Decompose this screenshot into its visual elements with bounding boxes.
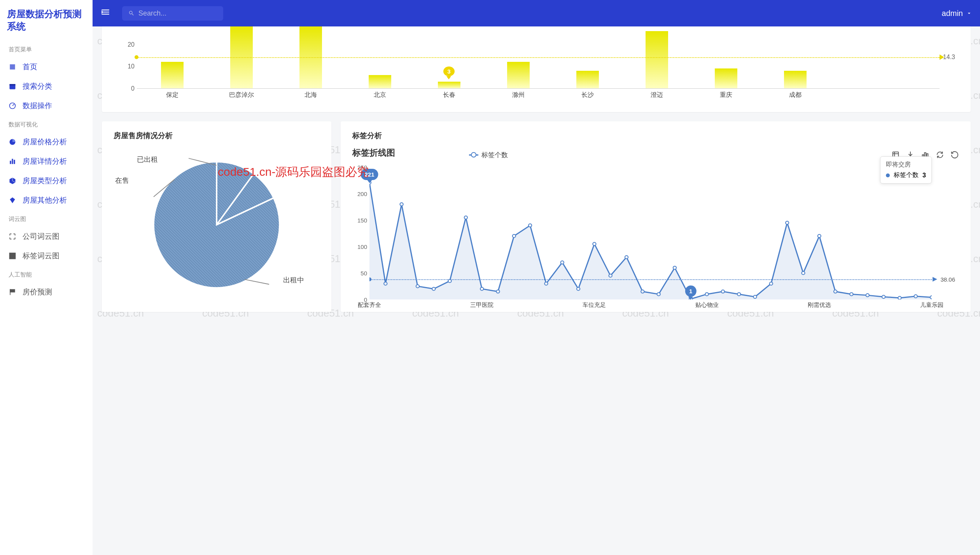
bar-滁州[interactable] — [507, 62, 530, 88]
svg-point-41 — [625, 256, 628, 259]
nav-tag-cloud[interactable]: 标签词云图 — [0, 246, 93, 266]
nav-price-analysis[interactable]: 房屋价格分析 — [0, 132, 93, 152]
line-xlabel: 儿童乐园 — [920, 301, 943, 309]
user-menu[interactable]: admin — [942, 9, 972, 18]
line-xlabel: 刚需优选 — [808, 301, 831, 309]
bar-长沙[interactable] — [576, 71, 599, 88]
bar-ytick: 0 — [131, 85, 135, 92]
svg-point-58 — [898, 296, 901, 299]
svg-point-56 — [866, 294, 869, 297]
line-ytick: 50 — [360, 270, 367, 277]
search-box[interactable] — [122, 6, 223, 21]
bar-xlabel: 澄迈 — [639, 91, 674, 99]
legend-label: 标签个数 — [481, 151, 508, 159]
svg-point-51 — [786, 221, 789, 224]
svg-point-32 — [480, 287, 483, 291]
sidebar-section-title: 首页菜单 — [0, 40, 93, 57]
line-tooltip: 即将交房 标签个数 3 — [880, 156, 932, 184]
user-label: admin — [942, 9, 963, 18]
nav-label: 公司词云图 — [23, 231, 60, 242]
bar-xlabel: 长沙 — [570, 91, 605, 99]
svg-point-38 — [577, 287, 580, 291]
bar-成都[interactable] — [784, 71, 807, 88]
svg-point-60 — [930, 296, 932, 299]
chevron-down-icon — [966, 10, 972, 16]
bar-北京[interactable] — [369, 75, 391, 88]
restore-icon[interactable] — [950, 151, 959, 159]
svg-point-34 — [513, 235, 516, 238]
tooltip-dot-icon — [886, 173, 890, 177]
pie-icon — [9, 138, 16, 146]
svg-point-31 — [464, 216, 467, 219]
tooltip-value: 3 — [922, 172, 926, 179]
diamond-icon — [9, 196, 16, 204]
bar-xlabel: 北京 — [362, 91, 397, 99]
svg-point-40 — [609, 274, 612, 277]
main-content: 01020保定巴彦淖尔北海北京长春3滁州长沙澄迈重庆成都14.3 房屋售房情况分… — [93, 26, 980, 555]
refresh-icon[interactable] — [936, 151, 944, 159]
bar-xlabel: 保定 — [155, 91, 190, 99]
svg-point-35 — [528, 224, 532, 227]
svg-point-42 — [641, 290, 644, 293]
nav-detail-analysis[interactable]: 房屋详情分析 — [0, 152, 93, 171]
line-card-title: 标签分析 — [352, 131, 959, 141]
nav-data-ops[interactable]: 数据操作 — [0, 96, 93, 116]
svg-point-36 — [544, 282, 548, 285]
line-chart-card: 标签分析 标签折线图 标签个数 050100150200250配套齐全三甲医院车… — [341, 121, 971, 312]
bar-保定[interactable] — [161, 62, 184, 88]
svg-point-37 — [561, 261, 564, 264]
pie-chart: 已出租 在售 出租中 — [114, 147, 320, 303]
pie-card-title: 房屋售房情况分析 — [114, 131, 320, 141]
app-header: admin — [93, 0, 980, 26]
cube-icon — [9, 177, 16, 185]
svg-point-43 — [657, 292, 660, 296]
search-input[interactable] — [138, 9, 217, 18]
sidebar-toggle[interactable] — [100, 7, 110, 20]
nav-search-category[interactable]: 搜索分类 — [0, 77, 93, 96]
bar-长春[interactable] — [438, 82, 460, 88]
app-title: 房屋数据分析预测系统 — [0, 0, 93, 40]
svg-point-27 — [400, 203, 403, 206]
line-ytick: 150 — [357, 217, 367, 224]
bar-xlabel: 重庆 — [709, 91, 744, 99]
svg-point-54 — [834, 290, 837, 293]
nav-home[interactable]: 首页 — [0, 57, 93, 77]
expand-icon — [9, 233, 16, 240]
nav-type-analysis[interactable]: 房屋类型分析 — [0, 171, 93, 191]
tooltip-series: 标签个数 — [894, 171, 919, 179]
svg-point-57 — [882, 295, 885, 298]
line-ytick: 100 — [357, 243, 367, 250]
svg-point-29 — [432, 287, 435, 291]
nav-label: 数据操作 — [23, 101, 52, 111]
sidebar-section-title: 人工智能 — [0, 266, 93, 282]
sidebar-section-title: 词云图 — [0, 210, 93, 227]
svg-rect-2 — [10, 84, 16, 85]
svg-point-28 — [416, 285, 419, 288]
sidebar-section-title: 数据可视化 — [0, 116, 93, 132]
grid-icon — [9, 252, 16, 260]
svg-rect-7 — [14, 160, 15, 164]
bar-xlabel: 滁州 — [501, 91, 536, 99]
line-xlabel: 三甲医院 — [470, 301, 494, 309]
bar-澄迈[interactable] — [646, 31, 668, 88]
line-xlabel: 贴心物业 — [695, 301, 719, 309]
svg-rect-6 — [12, 159, 13, 164]
line-chart-title: 标签折线图 — [352, 147, 395, 159]
svg-point-48 — [737, 292, 740, 296]
svg-point-39 — [593, 242, 596, 245]
tooltip-category: 即将交房 — [886, 161, 926, 169]
nav-label: 搜索分类 — [23, 81, 52, 91]
bar-重庆[interactable] — [715, 68, 737, 88]
bar-avg-label: 14.3 — [943, 54, 955, 61]
pie-label-renting: 出租中 — [283, 275, 304, 285]
svg-point-33 — [496, 290, 499, 293]
pie-chart-card: 房屋售房情况分析 已出租 在售 出租中 — [102, 121, 331, 312]
nav-label: 标签词云图 — [23, 251, 60, 261]
nav-label: 房屋其他分析 — [23, 195, 67, 205]
nav-price-predict[interactable]: 房价预测 — [0, 282, 93, 302]
speed-icon — [9, 102, 16, 110]
nav-company-cloud[interactable]: 公司词云图 — [0, 227, 93, 246]
bars-icon — [9, 158, 16, 165]
nav-other-analysis[interactable]: 房屋其他分析 — [0, 191, 93, 210]
line-max-marker: 221 — [360, 169, 378, 180]
